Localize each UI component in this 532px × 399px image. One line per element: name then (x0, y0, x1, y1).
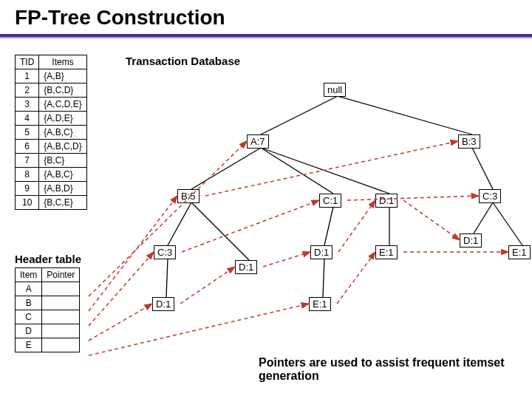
pointer-link (337, 252, 375, 304)
slide-title: FP-Tree Construction (0, 0, 532, 33)
pointer-caption: Pointers are used to assist frequent ite… (259, 356, 522, 383)
pointer-link (403, 200, 460, 240)
pointer-link (182, 200, 319, 252)
pointer-link (205, 141, 458, 196)
slide-content: Transaction Database TID Items 1{A,B}2{B… (0, 38, 532, 399)
pointer-link (338, 200, 375, 252)
pointer-link (89, 141, 247, 296)
pointer-link (180, 267, 235, 304)
pointer-link (263, 252, 310, 267)
pointer-link (89, 304, 309, 355)
pointer-link (347, 196, 479, 200)
pointer-links-layer (0, 38, 532, 399)
pointer-link (89, 304, 152, 341)
pointer-link (89, 252, 154, 326)
